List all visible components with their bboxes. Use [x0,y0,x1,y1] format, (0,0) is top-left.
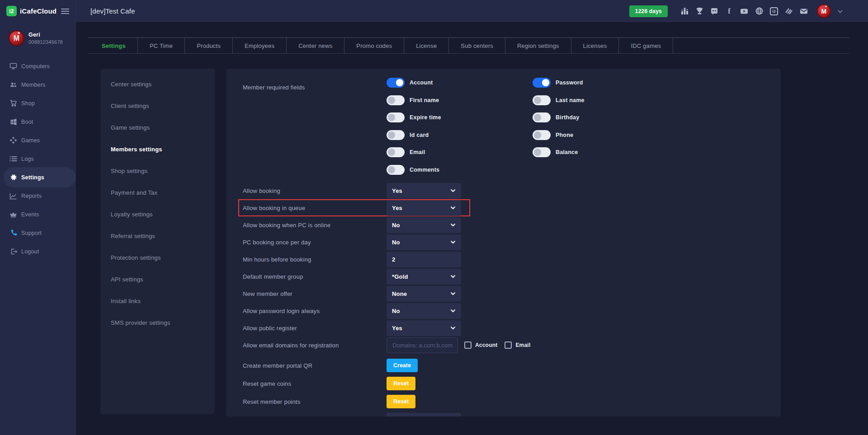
tab-license[interactable]: License [404,38,449,53]
toggle-row-expire-time: Expire time [387,109,441,126]
row-reset-game-coins: Reset game coins Reset [226,374,781,393]
field-label: Allow booking in queue [243,205,305,211]
tab-region-settings[interactable]: Region settings [505,38,571,53]
sidebar-user-avatar[interactable]: M [9,30,24,46]
settings-nav-sms-provider-settings[interactable]: SMS provider settings [100,312,215,333]
facebook-icon[interactable]: f [725,7,734,16]
toggle-row-first-name: First name [387,92,441,109]
cutoff-select[interactable]: Yes [387,413,461,417]
windows-icon [9,118,17,126]
account-toggle[interactable] [387,78,405,88]
discord-icon[interactable] [710,7,719,16]
create-button[interactable]: Create [387,359,418,372]
cart-icon [9,99,17,107]
sidebar-item-label: Logs [21,156,34,162]
settings-nav-shop-settings[interactable]: Shop settings [100,160,215,182]
tab-center-news[interactable]: Center news [287,38,344,53]
birthday-toggle[interactable] [533,112,551,122]
email-checkbox[interactable] [505,341,512,349]
email-domains-input[interactable] [387,337,458,353]
allow-booking-select[interactable]: Yes [387,183,461,199]
chevron-down-icon [450,309,456,313]
row-cutoff: Yes [226,412,781,416]
settings-nav-client-settings[interactable]: Client settings [100,95,215,117]
crown-icon [9,210,17,218]
first-name-toggle[interactable] [387,95,405,105]
pc-booking-once-per-day-select[interactable]: No [387,234,461,250]
tab-licenses[interactable]: Licenses [571,38,619,53]
field-label: New member offer [243,290,292,297]
sidebar-item-logout[interactable]: Logout [0,242,76,261]
password-toggle[interactable] [533,78,551,88]
sidebar-item-computers[interactable]: Computers [0,57,76,75]
sidebar-item-members[interactable]: Members [0,75,76,94]
license-days-badge[interactable]: 1226 days [629,5,668,17]
id-card-toggle[interactable] [387,130,405,140]
settings-nav-game-settings[interactable]: Game settings [100,117,215,138]
sidebar-item-settings[interactable]: Settings [0,168,76,187]
expire-time-toggle[interactable] [387,112,405,122]
tab-pc-time[interactable]: PC Time [138,38,185,53]
tab-sub-centers[interactable]: Sub centers [449,38,505,53]
ranking-icon[interactable] [680,7,689,16]
sidebar-item-logs[interactable]: Logs [0,150,76,168]
sidebar-item-reports[interactable]: Reports [0,187,76,205]
hamburger-menu-icon[interactable] [61,7,69,15]
reset-game-coins-button[interactable]: Reset [387,377,415,390]
last-name-toggle[interactable] [533,95,551,105]
settings-nav-center-settings[interactable]: Center settings [100,73,215,95]
balance-toggle[interactable] [533,147,551,157]
min-hours-before-booking-input[interactable] [387,252,461,267]
tab-products[interactable]: Products [185,38,233,53]
gear-icon [9,173,17,181]
sidebar-item-boot[interactable]: Boot [0,112,76,131]
icafe-icon[interactable]: i2 [769,7,778,16]
member-required-fields-label: Member required fields [243,84,305,91]
sidebar-item-shop[interactable]: Shop [0,94,76,112]
members-icon [9,81,17,89]
email-toggle[interactable] [387,147,405,157]
tab-employees[interactable]: Employees [233,38,287,53]
settings-nav-loyalty-settings[interactable]: Loyalty settings [100,203,215,225]
phone-toggle[interactable] [533,130,551,140]
tab-settings[interactable]: Settings [88,38,138,53]
reset-member-points-button[interactable]: Reset [387,395,415,408]
sidebar-item-label: Members [21,82,46,88]
toggle-row-last-name: Last name [533,92,585,109]
brand-block: i2 iCafeCloud [0,0,76,22]
toggle-label: Comments [410,167,439,173]
chevron-down-icon [450,223,456,227]
globe-icon[interactable] [755,7,764,16]
trophy-icon[interactable] [695,7,704,16]
allow-booking-pc-online-select[interactable]: No [387,217,461,233]
select-value: Yes [392,187,402,194]
settings-nav-protection-settings[interactable]: Protection settings [100,247,215,268]
allow-public-register-select[interactable]: Yes [387,320,461,336]
tab-idc-games[interactable]: IDC games [619,38,673,53]
sidebar-item-events[interactable]: Events [0,205,76,224]
settings-nav-install-links[interactable]: Install links [100,290,215,312]
default-member-group-select[interactable]: *Gold [387,269,461,285]
brand-name: iCafeCloud [20,7,57,15]
members-settings-form-card: Member required fields Account First nam… [226,69,781,416]
settings-nav-api-settings[interactable]: API settings [100,268,215,290]
settings-nav-payment-and-tax[interactable]: Payment and Tax [100,182,215,203]
youtube-icon[interactable] [740,7,749,16]
select-value: No [392,308,400,314]
field-label: Allow booking [243,187,280,194]
sidebar-item-games[interactable]: Games [0,131,76,150]
sidebar-item-support[interactable]: Support [0,224,76,242]
user-avatar[interactable]: M [817,4,831,18]
new-member-offer-select[interactable]: None [387,286,461,302]
settings-nav-referral-settings[interactable]: Referral settings [100,225,215,247]
tab-promo-codes[interactable]: Promo codes [344,38,404,53]
account-checkbox[interactable] [464,341,472,349]
comments-toggle[interactable] [387,165,405,175]
settings-nav-members-settings[interactable]: Members settings [100,138,215,160]
monitor-icon [9,62,17,70]
layers-icon[interactable] [784,7,793,16]
allow-booking-in-queue-select[interactable]: Yes [387,200,461,216]
allow-password-login-always-select[interactable]: No [387,303,461,319]
chevron-down-icon[interactable] [838,8,843,14]
mail-icon[interactable] [799,7,808,16]
